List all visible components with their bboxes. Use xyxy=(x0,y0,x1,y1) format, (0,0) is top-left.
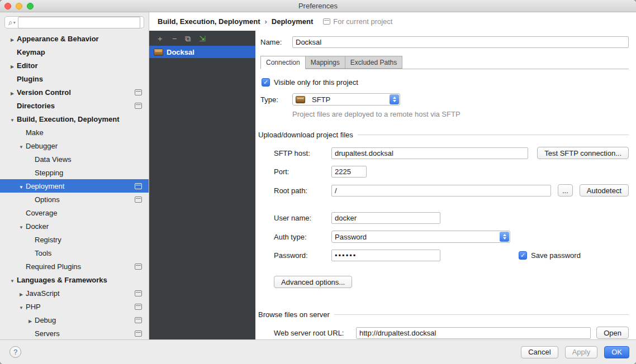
sidebar-item-editor[interactable]: Editor xyxy=(0,59,149,72)
sidebar-item-registry[interactable]: Registry xyxy=(0,233,149,246)
chevron-right-icon[interactable] xyxy=(17,289,26,298)
sidebar-item-plugins[interactable]: Plugins xyxy=(0,72,149,85)
advanced-options-button[interactable]: Advanced options... xyxy=(274,276,352,288)
project-config-icon xyxy=(135,197,142,203)
sidebar-item-directories[interactable]: Directories xyxy=(0,99,149,112)
sidebar-item-docker[interactable]: Docker xyxy=(0,219,149,233)
sidebar-item-keymap[interactable]: Keymap xyxy=(0,45,149,59)
auth-type-select[interactable]: Password xyxy=(331,231,510,243)
help-button[interactable]: ? xyxy=(10,346,21,358)
name-label: Name: xyxy=(260,38,292,46)
sidebar-item-build-execution-deployment[interactable]: Build, Execution, Deployment xyxy=(0,112,149,126)
remove-server-button[interactable]: − xyxy=(172,35,177,42)
sidebar-item-options[interactable]: Options xyxy=(0,193,149,206)
save-password-checkbox[interactable] xyxy=(519,251,527,260)
chevron-right-icon[interactable] xyxy=(8,35,17,43)
project-config-icon xyxy=(135,89,142,95)
user-name-input[interactable] xyxy=(331,212,440,224)
sidebar-item-debugger[interactable]: Debugger xyxy=(0,139,149,152)
advanced-options-row: Advanced options... xyxy=(274,276,629,288)
sidebar-item-label: Servers xyxy=(35,329,60,338)
type-select[interactable]: SFTP xyxy=(292,93,400,106)
sidebar-item-label: Debug xyxy=(35,316,56,324)
chevron-right-icon[interactable] xyxy=(8,61,17,70)
browse-root-path-button[interactable]: ... xyxy=(558,184,573,197)
breadcrumb-section[interactable]: Build, Execution, Deployment xyxy=(158,17,260,26)
chevron-right-icon[interactable] xyxy=(26,316,35,324)
password-input[interactable] xyxy=(331,250,440,261)
search-input[interactable] xyxy=(18,17,140,28)
chevron-down-icon[interactable] xyxy=(17,222,26,231)
sidebar-item-coverage[interactable]: Coverage xyxy=(0,206,149,219)
sidebar-item-version-control[interactable]: Version Control xyxy=(0,85,149,99)
sidebar-item-label: Deployment xyxy=(26,182,64,190)
visible-project-checkbox[interactable] xyxy=(262,78,270,87)
chevron-down-icon[interactable] xyxy=(17,142,26,150)
server-name: Docksal xyxy=(167,48,194,56)
ok-button[interactable]: OK xyxy=(604,346,629,358)
sidebar-item-appearance-behavior[interactable]: Appearance & Behavior xyxy=(0,32,149,45)
dialog-footer: ? Cancel Apply OK xyxy=(0,339,636,364)
tab-connection[interactable]: Connection xyxy=(260,56,306,69)
name-input[interactable] xyxy=(292,36,629,48)
port-input[interactable] xyxy=(331,166,367,178)
search-field[interactable]: ⌕ ▾ xyxy=(4,16,144,28)
auth-type-label: Auth type: xyxy=(274,233,331,241)
sidebar-item-label: Options xyxy=(35,195,60,204)
settings-sidebar: ⌕ ▾ Appearance & Behavior Keymap Editor … xyxy=(0,12,149,339)
chevron-down-icon[interactable] xyxy=(17,303,26,311)
sidebar-item-languages-frameworks[interactable]: Languages & Frameworks xyxy=(0,273,149,286)
apply-button[interactable]: Apply xyxy=(565,346,598,358)
project-config-icon xyxy=(135,304,142,310)
root-path-label: Root path: xyxy=(274,186,331,195)
tab-mappings[interactable]: Mappings xyxy=(305,56,345,69)
sftp-host-row: SFTP host: Test SFTP connection... xyxy=(274,147,629,159)
test-sftp-connection-button[interactable]: Test SFTP connection... xyxy=(537,147,629,159)
tab-excluded-paths[interactable]: Excluded Paths xyxy=(345,56,402,69)
import-servers-button[interactable]: ⇲ xyxy=(199,35,206,42)
sidebar-item-label: PHP xyxy=(26,303,41,311)
sidebar-item-required-plugins[interactable]: Required Plugins xyxy=(0,260,149,273)
sidebar-item-label: Appearance & Behavior xyxy=(17,35,99,43)
sidebar-item-javascript[interactable]: JavaScript xyxy=(0,286,149,300)
close-button[interactable] xyxy=(4,3,11,9)
chevron-down-icon[interactable] xyxy=(17,182,26,190)
web-root-input[interactable] xyxy=(356,327,591,339)
chevron-right-icon[interactable] xyxy=(8,88,17,97)
minimize-button[interactable] xyxy=(16,3,22,9)
sidebar-item-data-views[interactable]: Data Views xyxy=(0,152,149,166)
sidebar-item-tools[interactable]: Tools xyxy=(0,246,149,260)
root-path-row: Root path: ... Autodetect xyxy=(274,184,629,197)
scope-label: For current project xyxy=(333,17,392,26)
chevron-down-icon[interactable] xyxy=(8,276,17,284)
autodetect-button[interactable]: Autodetect xyxy=(580,184,629,197)
sidebar-item-debug[interactable]: Debug xyxy=(0,313,149,327)
sidebar-item-servers[interactable]: Servers xyxy=(0,327,149,339)
user-name-row: User name: xyxy=(274,212,629,224)
sidebar-item-label: Docker xyxy=(26,222,49,231)
sidebar-item-stepping[interactable]: Stepping xyxy=(0,166,149,179)
scope-indicator: For current project xyxy=(323,17,392,26)
root-path-input[interactable] xyxy=(331,185,551,197)
visible-project-label: Visible only for this project xyxy=(274,78,358,87)
server-list-item[interactable]: Docksal xyxy=(149,46,255,58)
deployment-settings-panel: Name: Connection Mappings Excluded Paths… xyxy=(255,31,636,339)
add-server-button[interactable]: ＋ xyxy=(156,35,164,42)
copy-server-button[interactable]: ⧉ xyxy=(185,35,191,42)
sidebar-item-make[interactable]: Make xyxy=(0,126,149,139)
dropdown-stepper-icon[interactable] xyxy=(500,232,509,242)
type-row: Type: SFTP xyxy=(260,93,636,106)
password-label: Password: xyxy=(274,251,331,260)
chevron-down-icon[interactable] xyxy=(8,115,17,123)
for-current-project-icon xyxy=(323,18,330,25)
sidebar-item-label: Plugins xyxy=(17,75,43,83)
cancel-button[interactable]: Cancel xyxy=(521,346,558,358)
web-root-row: Web server root URL: Open xyxy=(274,327,629,339)
port-row: Port: xyxy=(274,166,629,178)
dropdown-stepper-icon[interactable] xyxy=(390,94,399,104)
sidebar-item-php[interactable]: PHP xyxy=(0,300,149,313)
zoom-button[interactable] xyxy=(27,3,34,9)
sidebar-item-deployment[interactable]: Deployment xyxy=(0,179,149,193)
open-button[interactable]: Open xyxy=(596,327,629,339)
sftp-host-input[interactable] xyxy=(331,147,528,159)
